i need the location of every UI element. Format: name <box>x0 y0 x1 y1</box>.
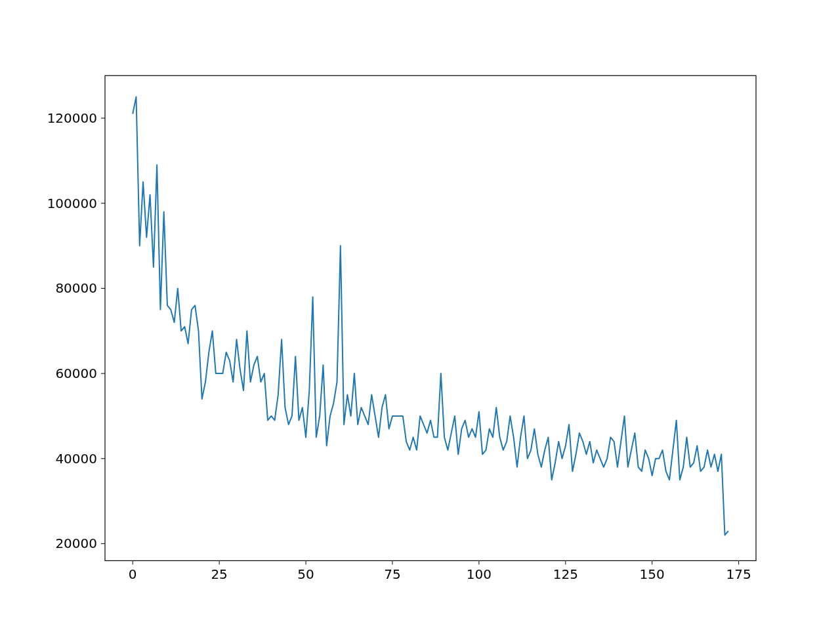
y-tick-label: 120000 <box>47 110 97 126</box>
chart-container: 0255075100125150175200004000060000800001… <box>0 0 840 630</box>
y-tick-label: 100000 <box>47 196 97 211</box>
x-tick-label: 175 <box>726 566 751 582</box>
data-series-line <box>133 97 728 536</box>
x-tick-label: 100 <box>467 566 492 582</box>
x-tick-label: 75 <box>384 566 400 582</box>
x-tick-label: 0 <box>129 566 137 582</box>
y-tick-label: 40000 <box>55 451 97 467</box>
y-tick-label: 80000 <box>55 280 97 296</box>
y-tick-label: 20000 <box>55 536 97 551</box>
x-tick-label: 150 <box>640 566 665 582</box>
x-tick-label: 125 <box>553 566 578 582</box>
plot-area <box>105 75 756 560</box>
x-tick-label: 50 <box>297 566 314 582</box>
line-chart: 0255075100125150175200004000060000800001… <box>0 0 840 630</box>
x-tick-label: 25 <box>211 566 227 582</box>
y-tick-label: 60000 <box>55 366 97 381</box>
